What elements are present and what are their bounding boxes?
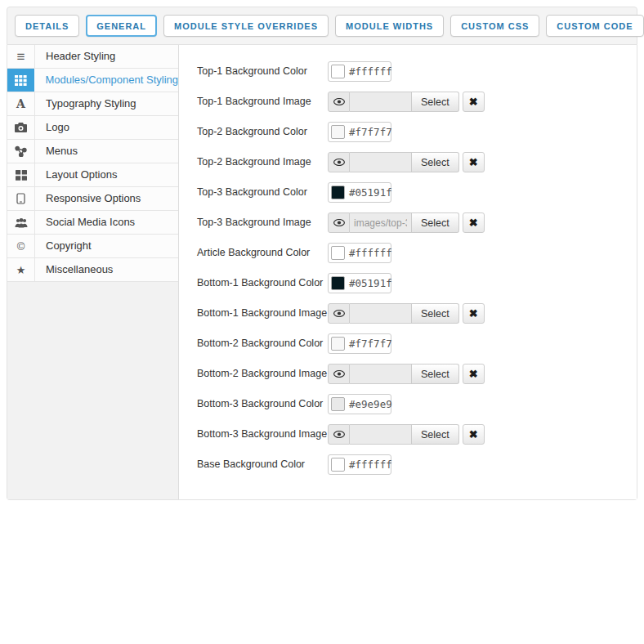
media-path-input[interactable] [350,303,412,324]
sidebar-item-label: Responsive Options [35,187,178,210]
color-hex-value: #05191f [345,186,392,199]
preview-button[interactable] [328,92,350,112]
sidebar-item-logo[interactable]: Logo [7,116,178,140]
color-input[interactable]: #f7f7f7 [328,122,391,142]
clear-button[interactable]: ✖ [463,212,485,233]
form-row-bottom-1-background-color: Bottom-1 Background Color #05191f [197,273,637,293]
tab-module-widths[interactable]: MODULE WIDTHS [335,15,444,37]
preview-button[interactable] [328,212,350,233]
sidebar-item-label: Copyright [35,235,178,257]
sidebar-item-header-styling[interactable]: ≡ Header Styling [7,45,178,69]
tab-custom-code[interactable]: CUSTOM CODE [546,15,643,37]
sidebar-item-label: Social Media Icons [35,211,178,234]
media-path-input[interactable] [350,152,412,172]
sidebar-item-label: Modules/Component Styling [34,69,178,92]
clear-icon: ✖ [469,156,478,168]
media-path-input[interactable] [350,92,412,112]
select-button[interactable]: Select [412,424,459,445]
clear-button[interactable]: ✖ [463,364,485,384]
media-field: Select ✖ [328,92,485,112]
form-row-top-1-background-image: Top-1 Background Image Select ✖ [197,92,637,112]
users-icon [15,217,28,228]
field-label: Top-3 Background Color [197,182,328,198]
color-input[interactable]: #05191f [328,273,391,293]
preview-button[interactable] [328,303,350,324]
form-row-bottom-2-background-color: Bottom-2 Background Color #f7f7f7 [197,333,637,354]
color-input[interactable]: #ffffff [328,61,391,82]
settings-panel: ≡ Header Styling Modules/Component Styli… [7,45,637,500]
tab-general[interactable]: GENERAL [86,15,157,37]
sidebar-item-typography-styling[interactable]: A Typography Styling [7,92,178,116]
form-row-top-2-background-image: Top-2 Background Image Select ✖ [197,152,637,172]
field-label: Bottom-1 Background Color [197,273,328,288]
color-hex-value: #e9e9e9 [345,398,392,410]
field-label: Article Background Color [197,243,328,258]
tab-bar: DETAILSGENERALMODULE STYLE OVERRIDESMODU… [7,7,637,45]
media-field: Select ✖ [328,303,485,324]
color-input[interactable]: #e9e9e9 [328,394,391,414]
sidebar-item-social-media-icons[interactable]: Social Media Icons [7,211,178,235]
color-hex-value: #ffffff [345,65,392,78]
select-button[interactable]: Select [412,364,459,384]
color-swatch [331,65,345,78]
color-input[interactable]: #05191f [328,182,391,203]
clear-button[interactable]: ✖ [463,92,485,112]
sidebar-filler [7,282,178,499]
color-input[interactable]: #f7f7f7 [328,333,391,354]
sidebar-item-layout-options[interactable]: Layout Options [7,163,178,187]
color-input[interactable]: #ffffff [328,243,391,263]
field-label: Bottom-3 Background Color [197,394,328,409]
clear-button[interactable]: ✖ [463,303,485,324]
field-label: Base Background Color [197,454,328,470]
eye-icon [333,431,345,438]
media-path-input[interactable] [350,424,412,445]
preview-button[interactable] [328,424,350,445]
field-label: Top-3 Background Image [197,212,328,228]
preview-button[interactable] [328,152,350,172]
sidebar-item-modules-component-styling[interactable]: Modules/Component Styling [7,69,178,92]
sidebar-item-copyright[interactable]: © Copyright [7,235,178,258]
color-swatch [331,246,345,260]
form-row-top-3-background-color: Top-3 Background Color #05191f [197,182,637,203]
settings-form: Top-1 Background Color #ffffff Top-1 Bac… [179,45,637,499]
field-label: Bottom-2 Background Image [197,364,328,379]
sidebar-item-label: Menus [35,140,178,163]
copyright-icon: © [17,241,25,252]
select-button[interactable]: Select [412,152,459,172]
clear-icon: ✖ [469,96,478,108]
typography-icon: A [16,98,25,110]
tab-custom-css[interactable]: CUSTOM CSS [450,15,539,37]
tab-module-style-overrides[interactable]: MODULE STYLE OVERRIDES [163,15,329,37]
color-swatch [331,337,345,351]
sidebar-item-label: Logo [35,116,178,139]
sidebar-item-menus[interactable]: Menus [7,140,178,163]
color-hex-value: #f7f7f7 [345,126,392,138]
select-button[interactable]: Select [412,92,459,112]
media-field: Select ✖ [328,212,485,233]
eye-icon [333,98,345,105]
media-path-input[interactable] [350,212,412,233]
preview-button[interactable] [328,364,350,384]
media-field: Select ✖ [328,364,485,384]
mobile-icon [16,193,25,204]
color-swatch [331,458,345,472]
form-row-top-1-background-color: Top-1 Background Color #ffffff [197,61,637,82]
field-label: Top-1 Background Image [197,92,328,107]
field-label: Top-2 Background Color [197,122,328,137]
color-hex-value: #f7f7f7 [345,338,392,350]
media-path-input[interactable] [350,364,412,384]
color-swatch [331,276,345,290]
clear-button[interactable]: ✖ [463,424,485,445]
form-row-article-background-color: Article Background Color #ffffff [197,243,637,263]
sidebar-item-miscellaneous[interactable]: ★ Miscellaneous [7,258,178,282]
sidebar-item-label: Typography Styling [35,92,178,115]
select-button[interactable]: Select [412,212,459,233]
tab-details[interactable]: DETAILS [15,15,79,37]
clear-button[interactable]: ✖ [463,152,485,172]
clear-icon: ✖ [469,307,478,320]
select-button[interactable]: Select [412,303,459,324]
template-settings-page: DETAILSGENERALMODULE STYLE OVERRIDESMODU… [0,0,644,507]
color-input[interactable]: #ffffff [328,454,391,475]
sidebar-item-responsive-options[interactable]: Responsive Options [7,187,178,211]
color-swatch [331,186,345,199]
